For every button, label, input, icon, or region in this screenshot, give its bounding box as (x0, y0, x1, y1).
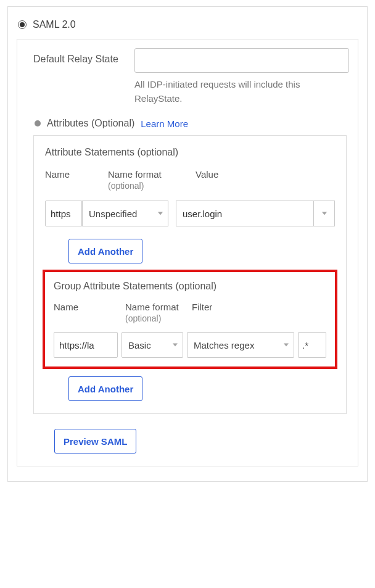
group-format-value: Basic (128, 340, 151, 350)
group-attribute-highlight: Group Attribute Statements (optional) Na… (43, 270, 337, 369)
default-relay-state-row: Default Relay State All IDP-initiated re… (33, 48, 349, 106)
col-value-label: Value (196, 168, 335, 181)
chevron-down-icon (158, 212, 163, 215)
saml-version-radio-row: SAML 2.0 (18, 19, 357, 30)
attr-name-input[interactable] (45, 201, 82, 226)
attr-value-dropdown[interactable] (314, 201, 335, 226)
saml-settings-panel: SAML 2.0 Default Relay State All IDP-ini… (7, 6, 368, 482)
attr-value-input[interactable] (176, 201, 314, 226)
default-relay-state-label: Default Relay State (33, 48, 126, 67)
chevron-down-icon (284, 344, 289, 347)
bullet-icon (35, 120, 41, 126)
gcol-filter-label: Filter (192, 300, 326, 313)
attr-format-value: Unspecified (89, 209, 137, 219)
gcol-format-sublabel: (optional) (125, 313, 187, 323)
learn-more-link[interactable]: Learn More (141, 118, 188, 129)
col-format-sublabel: (optional) (108, 181, 194, 191)
group-filter-value-input[interactable] (298, 332, 326, 358)
add-another-attribute-button[interactable]: Add Another (68, 239, 142, 263)
group-attribute-columns: Name Name format (optional) Filter (54, 300, 326, 323)
group-attribute-heading: Group Attribute Statements (optional) (54, 281, 326, 292)
gcol-format-label: Name format (125, 300, 187, 313)
default-relay-state-helper: All IDP-initiated requests will include … (134, 78, 349, 106)
group-filter-mode-value: Matches regex (194, 340, 254, 350)
attribute-statement-row: Unspecified (45, 201, 335, 226)
saml-2-radio[interactable] (18, 20, 27, 29)
group-format-select[interactable]: Basic (122, 332, 183, 358)
chevron-down-icon (173, 344, 178, 347)
attr-format-select[interactable]: Unspecified (82, 201, 168, 226)
attributes-section-title: Attributes (Optional) (47, 118, 134, 129)
group-filter-mode-select[interactable]: Matches regex (187, 332, 294, 358)
col-format-label: Name format (108, 168, 194, 181)
group-attribute-row: Basic Matches regex (54, 332, 326, 358)
attribute-statements-columns: Name Name format (optional) Value (45, 168, 335, 191)
gcol-name-label: Name (54, 300, 120, 313)
saml-2-radio-label: SAML 2.0 (33, 19, 76, 30)
add-another-group-button[interactable]: Add Another (68, 376, 142, 401)
attribute-statements-heading: Attribute Statements (optional) (45, 147, 335, 158)
group-name-input[interactable] (54, 332, 118, 358)
attribute-statements-box: Attribute Statements (optional) Name Nam… (33, 135, 347, 414)
col-name-label: Name (45, 168, 107, 181)
preview-saml-button[interactable]: Preview SAML (54, 429, 136, 453)
default-relay-state-input[interactable] (134, 48, 349, 73)
attributes-section-header: Attributes (Optional) Learn More (33, 118, 349, 129)
saml-settings-inner: Default Relay State All IDP-initiated re… (17, 39, 358, 466)
